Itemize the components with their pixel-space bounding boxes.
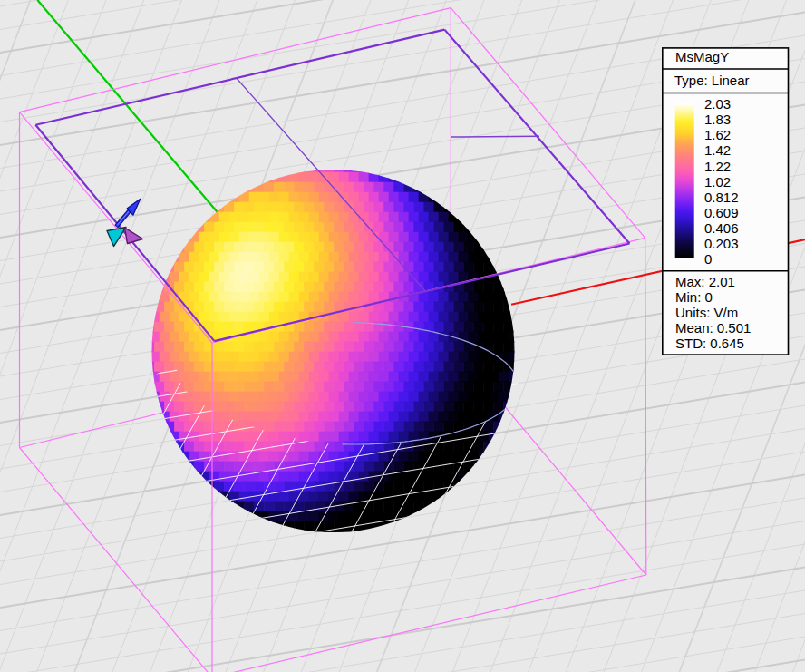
svg-text:1.42: 1.42 <box>704 142 731 158</box>
svg-text:Units: V/m: Units: V/m <box>675 305 738 320</box>
svg-text:0: 0 <box>704 251 712 267</box>
svg-text:0.203: 0.203 <box>704 236 739 251</box>
svg-text:Min: 0: Min: 0 <box>675 289 713 305</box>
svg-text:MsMagY: MsMagY <box>675 49 729 64</box>
svg-text:Type: Linear: Type: Linear <box>674 73 750 88</box>
svg-text:2.03: 2.03 <box>704 96 731 112</box>
svg-text:1.62: 1.62 <box>704 127 731 142</box>
svg-text:1.22: 1.22 <box>704 159 731 174</box>
svg-text:Mean: 0.501: Mean: 0.501 <box>675 320 751 336</box>
svg-text:0.812: 0.812 <box>704 190 739 205</box>
svg-text:Max: 2.01: Max: 2.01 <box>675 274 735 289</box>
svg-text:0.406: 0.406 <box>704 220 739 236</box>
svg-text:1.02: 1.02 <box>704 174 731 190</box>
svg-text:STD: 0.645: STD: 0.645 <box>675 336 744 351</box>
svg-text:0.609: 0.609 <box>704 205 739 220</box>
svg-text:1.83: 1.83 <box>704 112 731 127</box>
